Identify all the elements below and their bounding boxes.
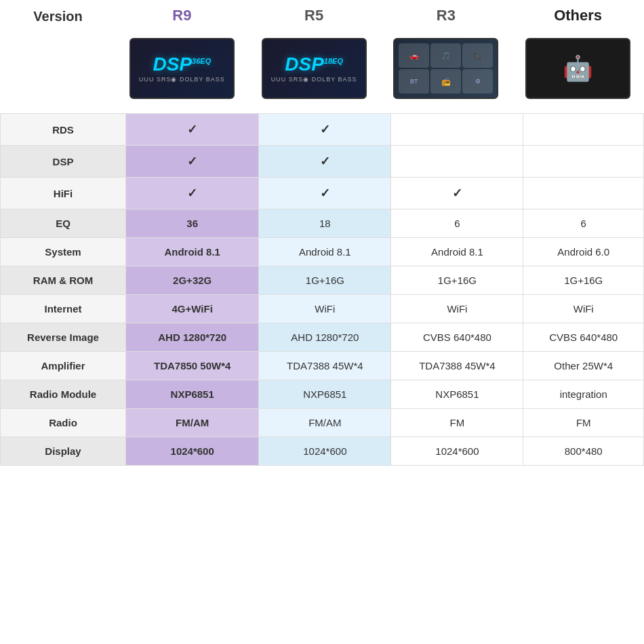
r9-value: Android 8.1 [126, 238, 259, 266]
r3-value: FM [391, 409, 523, 437]
table-row: DSP✓✓ [1, 146, 644, 178]
others-value: Other 25W*4 [523, 352, 644, 380]
feature-label: HiFi [1, 178, 126, 209]
r3-device-image-cell: 🚗 🎵 📞 BT 📻 ⚙ [380, 31, 512, 109]
others-value: Android 6.0 [523, 238, 644, 266]
r3-value: 1G+16G [391, 266, 523, 295]
r3-value: 1024*600 [391, 437, 523, 466]
others-value [523, 146, 644, 178]
checkmark-icon: ✓ [187, 155, 197, 168]
checkmark-icon: ✓ [320, 186, 330, 200]
feature-label: Amplifier [1, 352, 126, 380]
feature-label: Reverse Image [1, 323, 126, 352]
r9-value: ✓ [126, 146, 259, 178]
version-header: Version [0, 0, 116, 31]
r3-app-4: BT [399, 69, 429, 94]
r5-value: ✓ [259, 114, 391, 146]
r5-dsp-text: DSP [285, 54, 324, 75]
r5-value: 1G+16G [259, 266, 391, 295]
others-value: 6 [523, 209, 644, 238]
others-header: Others [512, 0, 644, 31]
r5-value: TDA7388 45W*4 [259, 352, 391, 380]
others-value: WiFi [523, 295, 644, 323]
r5-value: NXP6851 [259, 380, 391, 409]
table-row: Internet4G+WiFiWiFiWiFiWiFi [1, 295, 644, 323]
r9-header: R9 [116, 0, 248, 31]
feature-label: Display [1, 437, 126, 466]
r3-value: CVBS 640*480 [391, 323, 523, 352]
others-device-image-cell: 🤖 [512, 31, 644, 109]
r5-value: 1024*600 [259, 437, 391, 466]
r3-value [391, 146, 523, 178]
table-row: Display1024*6001024*6001024*600800*480 [1, 437, 644, 466]
others-value [523, 178, 644, 209]
r3-app-6: ⚙ [462, 69, 493, 94]
others-value: CVBS 640*480 [523, 323, 644, 352]
r9-value: FM/AM [126, 409, 259, 437]
feature-label: System [1, 238, 126, 266]
r5-value: Android 8.1 [259, 238, 391, 266]
checkmark-icon: ✓ [320, 123, 330, 136]
r3-app-2: 🎵 [430, 43, 461, 68]
r9-value: ✓ [126, 114, 259, 146]
r3-app-3: 📞 [462, 43, 493, 68]
checkmark-icon: ✓ [320, 155, 330, 168]
android-icon: 🤖 [563, 54, 593, 83]
r3-value [391, 114, 523, 146]
others-device-image: 🤖 [525, 38, 630, 99]
r3-value: NXP6851 [391, 380, 523, 409]
r3-app-1: 🚗 [399, 43, 429, 68]
table-row: AmplifierTDA7850 50W*4TDA7388 45W*4TDA73… [1, 352, 644, 380]
r3-value: WiFi [391, 295, 523, 323]
others-value: 800*480 [523, 437, 644, 466]
r5-dsp-badge: DSP18EQ UUU SRS◉ DOLBY BASS [271, 55, 357, 83]
table-row: Radio ModuleNXP6851NXP6851NXP6851integra… [1, 380, 644, 409]
others-value: integration [523, 380, 644, 409]
r5-header: R5 [248, 0, 380, 31]
table-row: EQ361866 [1, 209, 644, 238]
r3-value: ✓ [391, 178, 523, 209]
checkmark-icon: ✓ [187, 123, 197, 136]
r5-device-image-cell: DSP18EQ UUU SRS◉ DOLBY BASS [248, 31, 380, 109]
feature-label: Internet [1, 295, 126, 323]
r5-value: AHD 1280*720 [259, 323, 391, 352]
r9-value: AHD 1280*720 [126, 323, 259, 352]
r3-device-image: 🚗 🎵 📞 BT 📻 ⚙ [393, 38, 498, 99]
feature-label: RAM & ROM [1, 266, 126, 295]
r3-value: TDA7388 45W*4 [391, 352, 523, 380]
r9-value: 36 [126, 209, 259, 238]
others-value [523, 114, 644, 146]
r9-value: 2G+32G [126, 266, 259, 295]
r9-dsp-sub: UUU SRS◉ DOLBY BASS [139, 76, 225, 83]
r5-eq-text: 18EQ [324, 56, 343, 64]
r5-value: 18 [259, 209, 391, 238]
r3-app-5: 📻 [430, 69, 461, 94]
feature-label: EQ [1, 209, 126, 238]
r9-eq-text: 36EQ [192, 56, 211, 64]
r5-value: ✓ [259, 178, 391, 209]
r5-value: FM/AM [259, 409, 391, 437]
others-value: 1G+16G [523, 266, 644, 295]
table-row: RAM & ROM2G+32G1G+16G1G+16G1G+16G [1, 266, 644, 295]
r9-value: TDA7850 50W*4 [126, 352, 259, 380]
r9-value: ✓ [126, 178, 259, 209]
feature-label: DSP [1, 146, 126, 178]
r9-device-image-cell: DSP36EQ UUU SRS◉ DOLBY BASS [116, 31, 248, 109]
r3-value: Android 8.1 [391, 238, 523, 266]
r9-device-image: DSP36EQ UUU SRS◉ DOLBY BASS [129, 38, 235, 99]
r9-value: NXP6851 [126, 380, 259, 409]
r3-header: R3 [380, 0, 512, 31]
r9-value: 4G+WiFi [126, 295, 259, 323]
checkmark-icon: ✓ [187, 186, 197, 200]
feature-label: Radio [1, 409, 126, 437]
r5-dsp-sub: UUU SRS◉ DOLBY BASS [271, 76, 357, 83]
table-row: RadioFM/AMFM/AMFMFM [1, 409, 644, 437]
table-row: Reverse ImageAHD 1280*720AHD 1280*720CVB… [1, 323, 644, 352]
table-row: RDS✓✓ [1, 114, 644, 146]
r9-value: 1024*600 [126, 437, 259, 466]
table-row: HiFi✓✓✓ [1, 178, 644, 209]
r9-dsp-badge: DSP36EQ UUU SRS◉ DOLBY BASS [139, 55, 225, 83]
r3-value: 6 [391, 209, 523, 238]
feature-label: Radio Module [1, 380, 126, 409]
r5-value: ✓ [259, 146, 391, 178]
